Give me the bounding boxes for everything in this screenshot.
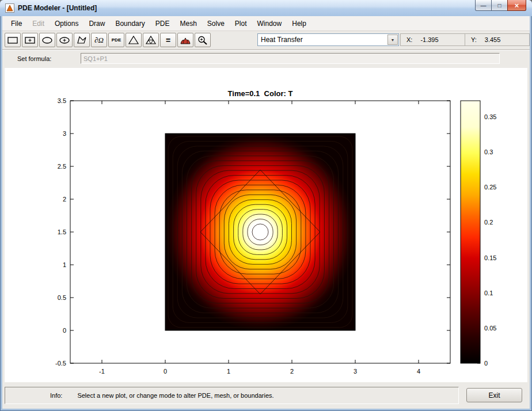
y-tick-label: 2	[63, 196, 66, 203]
rectangle-icon	[8, 37, 17, 43]
zoom-plus-icon	[200, 38, 203, 40]
plot-solution-button[interactable]	[177, 33, 193, 47]
colorbar-tick-label: 0	[484, 360, 488, 367]
polygon-icon	[78, 37, 86, 43]
x-tick-label: 3	[354, 368, 357, 375]
application-dropdown-value: Heat Transfer	[258, 34, 398, 45]
info-message: Select a new plot, or change mode to alt…	[77, 392, 273, 399]
y-tick-label: 1	[63, 261, 66, 268]
colorbar-tick-label: 0.2	[484, 219, 493, 226]
x-tick-label: -1	[99, 368, 105, 375]
x-tick-label: 0	[164, 368, 167, 375]
menu-options[interactable]: Options	[50, 17, 83, 30]
colorbar	[461, 101, 480, 363]
y-tick-label: 0.5	[58, 294, 66, 301]
application-dropdown[interactable]: Heat Transfer ▼	[257, 33, 399, 46]
y-coordinate-label: Y:	[471, 36, 477, 43]
rectangle-centered-icon	[29, 39, 32, 41]
refine-mesh-button[interactable]	[143, 33, 159, 47]
menu-mesh[interactable]: Mesh	[174, 17, 202, 30]
menu-pde[interactable]: PDE	[150, 17, 175, 30]
app-icon	[5, 3, 14, 13]
info-label: Info:	[50, 392, 62, 399]
y-tick-label: 3.5	[58, 97, 66, 104]
set-formula-input	[81, 53, 500, 64]
set-formula-label: Set formula:	[17, 55, 51, 62]
colorbar-tick-label: 0.25	[484, 184, 496, 191]
info-box: Info: Select a new plot, or change mode …	[5, 387, 459, 404]
minimize-button[interactable]: —	[475, 0, 492, 11]
solve-pde-button[interactable]: =	[160, 33, 176, 47]
y-tick-label: -0.5	[55, 360, 66, 367]
chevron-down-icon[interactable]: ▼	[387, 35, 398, 45]
y-coordinate-value: 3.455	[485, 36, 501, 43]
ellipse-icon	[43, 37, 52, 43]
figure-area: Time=0.1 Color: T 3.5 3 2.5 2 1.5 1 0.5 …	[5, 68, 527, 382]
toolbar: ∂Ω PDE = Heat Transfer ▼	[2, 31, 530, 50]
y-coordinate: Y: 3.455	[465, 34, 529, 45]
ellipse-centered-icon	[63, 39, 66, 41]
window-title: PDE Modeler - [Untitled]	[18, 0, 97, 16]
zoom-button[interactable]	[195, 33, 211, 47]
rectangle-tool-button[interactable]	[5, 33, 21, 47]
x-tick-label: 4	[417, 368, 420, 375]
pde-modeler-window: PDE Modeler - [Untitled] — □ × File Edit…	[0, 0, 532, 411]
rectangle-centered-tool-button[interactable]	[22, 33, 38, 47]
refine-mesh-icon	[149, 40, 153, 44]
x-tick-label: 1	[227, 368, 230, 375]
boundary-mode-label: ∂Ω	[94, 36, 104, 45]
polygon-tool-button[interactable]	[74, 33, 90, 47]
y-tick-label: 1.5	[58, 229, 66, 235]
window-content: File Edit Options Draw Boundary PDE Mesh…	[2, 16, 530, 409]
plot-title: Time=0.1 Color: T	[228, 89, 293, 98]
colorbar-tick-label: 0.3	[484, 149, 493, 155]
set-formula-row: Set formula:	[2, 50, 530, 67]
menu-window[interactable]: Window	[252, 17, 287, 30]
mesh-icon	[129, 36, 138, 44]
window-controls: — □ ×	[476, 0, 526, 11]
ellipse-centered-tool-button[interactable]	[56, 33, 73, 47]
cursor-coordinates: X: -1.395 Y: 3.455	[400, 33, 530, 46]
colorbar-tick-label: 0.15	[484, 254, 496, 261]
menu-plot[interactable]: Plot	[230, 17, 252, 30]
x-coordinate-label: X:	[406, 36, 412, 43]
y-tick-label: 3	[63, 130, 66, 137]
plot-figure[interactable]: Time=0.1 Color: T 3.5 3 2.5 2 1.5 1 0.5 …	[5, 68, 527, 382]
pde-mode-label: PDE	[112, 37, 121, 43]
y-tick-label: 2.5	[58, 163, 66, 170]
close-button[interactable]: ×	[507, 0, 526, 11]
statusbar: Info: Select a new plot, or change mode …	[2, 382, 530, 409]
menu-edit: Edit	[27, 17, 50, 30]
initialize-mesh-button[interactable]	[126, 33, 142, 47]
menu-boundary[interactable]: Boundary	[110, 17, 150, 30]
x-tick-label: 2	[290, 368, 294, 375]
plot-3d-icon	[181, 38, 190, 44]
menu-help[interactable]: Help	[287, 17, 311, 30]
colorbar-tick-label: 0.1	[484, 290, 493, 296]
x-coordinate: X: -1.395	[401, 34, 465, 45]
pde-mode-button[interactable]: PDE	[108, 33, 124, 47]
menu-draw[interactable]: Draw	[83, 17, 110, 30]
exit-button[interactable]: Exit	[466, 388, 522, 402]
y-tick-label: 0	[63, 327, 66, 334]
ellipse-tool-button[interactable]	[39, 33, 55, 47]
solve-icon: =	[166, 36, 170, 45]
menu-solve[interactable]: Solve	[202, 17, 230, 30]
maximize-button[interactable]: □	[491, 0, 508, 11]
boundary-mode-button[interactable]: ∂Ω	[91, 33, 107, 47]
x-coordinate-value: -1.395	[420, 36, 438, 43]
titlebar[interactable]: PDE Modeler - [Untitled] — □ ×	[0, 0, 532, 16]
colorbar-tick-label: 0.35	[484, 113, 496, 120]
colorbar-tick-label: 0.05	[484, 325, 496, 332]
menu-file[interactable]: File	[6, 17, 27, 30]
menubar: File Edit Options Draw Boundary PDE Mesh…	[2, 16, 530, 31]
